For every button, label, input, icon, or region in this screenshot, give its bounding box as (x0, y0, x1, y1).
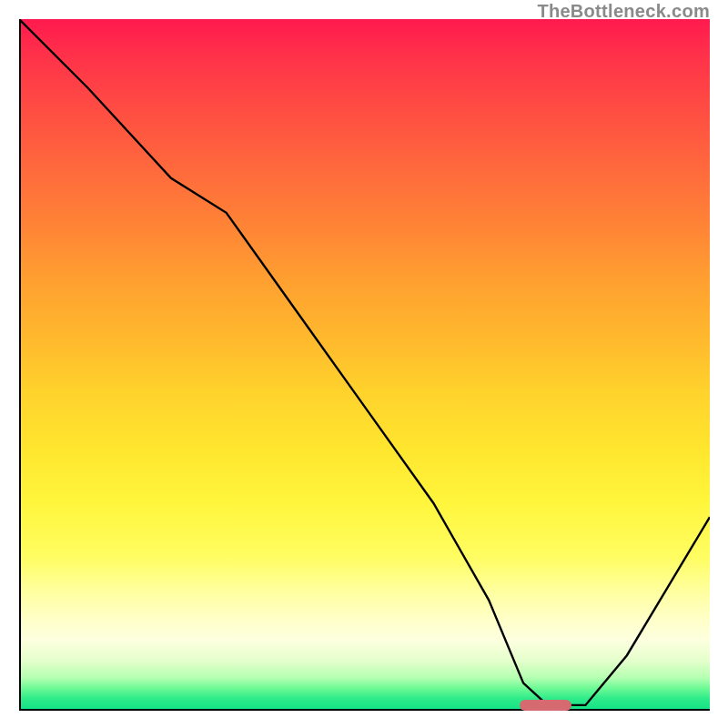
optimal-marker (520, 700, 571, 711)
chart-container: TheBottleneck.com (0, 0, 728, 728)
watermark-text: TheBottleneck.com (537, 1, 710, 22)
plot-area (19, 19, 710, 711)
